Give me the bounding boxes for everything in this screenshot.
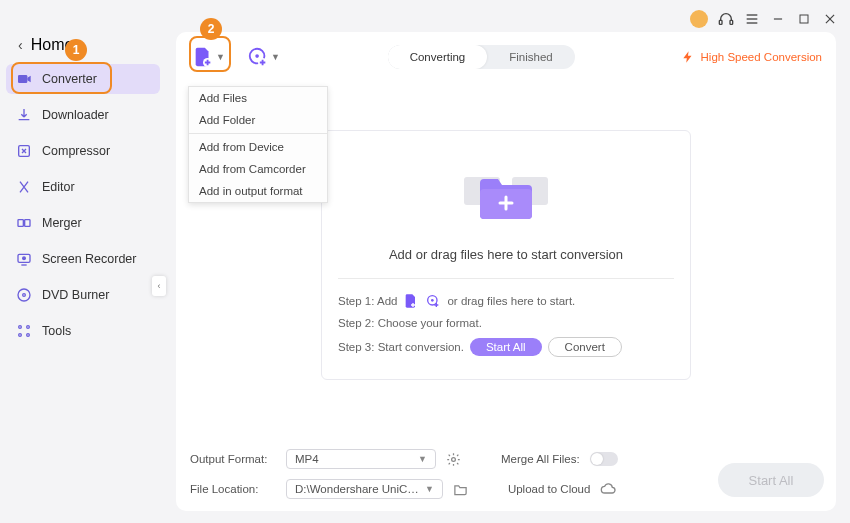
svg-point-18 (27, 326, 30, 329)
cloud-icon[interactable] (600, 481, 616, 497)
sidebar-item-dvd-burner[interactable]: DVD Burner (6, 280, 160, 310)
add-disc-icon (425, 293, 441, 309)
add-file-button[interactable]: ▼ (190, 44, 227, 70)
add-dropdown: Add Files Add Folder Add from Device Add… (188, 86, 328, 203)
dd-add-from-device[interactable]: Add from Device (189, 136, 327, 158)
sidebar: ‹ Home Converter Downloader Compresso (0, 24, 164, 523)
chevron-down-icon: ▼ (425, 484, 434, 494)
sidebar-item-tools[interactable]: Tools (6, 316, 160, 346)
add-disc-button[interactable]: ▼ (245, 44, 282, 70)
svg-rect-12 (25, 220, 30, 227)
dvd-icon (16, 287, 32, 303)
folder-icon[interactable] (453, 482, 468, 497)
dropzone-text: Add or drag files here to start conversi… (389, 247, 623, 262)
sidebar-item-downloader[interactable]: Downloader (6, 100, 160, 130)
sidebar-item-label: Converter (42, 72, 97, 86)
svg-point-14 (23, 257, 26, 260)
dd-separator (189, 133, 327, 134)
editor-icon (16, 179, 32, 195)
svg-point-16 (23, 294, 26, 297)
sidebar-item-label: Screen Recorder (42, 252, 137, 266)
tab-finished[interactable]: Finished (487, 45, 574, 69)
add-file-icon (403, 293, 419, 309)
file-location-select[interactable]: D:\Wondershare UniConverter 1 ▼ (286, 479, 443, 499)
sidebar-item-label: Compressor (42, 144, 110, 158)
back-icon[interactable]: ‹ (18, 37, 23, 53)
svg-point-17 (19, 326, 22, 329)
gear-icon[interactable] (446, 452, 461, 467)
svg-point-15 (18, 289, 30, 301)
sidebar-item-merger[interactable]: Merger (6, 208, 160, 238)
compressor-icon (16, 143, 32, 159)
toolbar: ▼ ▼ Converting Finished High Speed Conve… (190, 44, 822, 70)
sidebar-item-label: Merger (42, 216, 82, 230)
output-format-label: Output Format: (190, 453, 276, 465)
merge-toggle[interactable] (590, 452, 618, 466)
converter-icon (16, 71, 32, 87)
folder-illustration (446, 155, 566, 235)
output-format-select[interactable]: MP4 ▼ (286, 449, 436, 469)
sidebar-item-label: Downloader (42, 108, 109, 122)
screen-recorder-icon (16, 251, 32, 267)
nav-list: Converter Downloader Compressor Editor (6, 64, 160, 346)
svg-rect-6 (800, 15, 808, 23)
tools-icon (16, 323, 32, 339)
upload-label: Upload to Cloud (508, 483, 590, 495)
dd-add-files[interactable]: Add Files (189, 87, 327, 109)
svg-point-23 (255, 54, 259, 58)
dd-add-from-camcorder[interactable]: Add from Camcorder (189, 158, 327, 180)
titlebar (0, 0, 850, 24)
tab-segment: Converting Finished (388, 45, 575, 69)
tab-converting[interactable]: Converting (388, 45, 488, 69)
chevron-down-icon: ▼ (216, 52, 225, 62)
main-panel: ▼ ▼ Converting Finished High Speed Conve… (176, 32, 836, 511)
step-2: Step 2: Choose your format. (338, 313, 674, 333)
dd-add-folder[interactable]: Add Folder (189, 109, 327, 131)
callout-1: 1 (65, 39, 87, 61)
merge-label: Merge All Files: (501, 453, 580, 465)
high-speed-conversion[interactable]: High Speed Conversion (681, 50, 822, 64)
step-1: Step 1: Add or drag files here to start. (338, 289, 674, 313)
sidebar-item-converter[interactable]: Converter (6, 64, 160, 94)
sidebar-item-compressor[interactable]: Compressor (6, 136, 160, 166)
sidebar-item-label: DVD Burner (42, 288, 109, 302)
sidebar-item-label: Editor (42, 180, 75, 194)
callout-2: 2 (200, 18, 222, 40)
svg-rect-9 (18, 75, 27, 83)
download-icon (16, 107, 32, 123)
svg-rect-11 (18, 220, 23, 227)
file-location-label: File Location: (190, 483, 276, 495)
svg-point-29 (431, 299, 434, 302)
start-all-button[interactable]: Start All (718, 463, 824, 497)
start-all-button-inline[interactable]: Start All (470, 338, 542, 356)
chevron-down-icon: ▼ (418, 454, 427, 464)
dd-add-in-output-format[interactable]: Add in output format (189, 180, 327, 202)
svg-point-30 (452, 457, 456, 461)
dropzone[interactable]: Add or drag files here to start conversi… (321, 130, 691, 380)
step-3: Step 3: Start conversion. Start All Conv… (338, 333, 674, 361)
chevron-down-icon: ▼ (271, 52, 280, 62)
merger-icon (16, 215, 32, 231)
hsc-label: High Speed Conversion (701, 51, 822, 63)
sidebar-collapse-button[interactable]: ‹ (152, 276, 166, 296)
sidebar-item-editor[interactable]: Editor (6, 172, 160, 202)
sidebar-item-screen-recorder[interactable]: Screen Recorder (6, 244, 160, 274)
sidebar-item-label: Tools (42, 324, 71, 338)
convert-button-inline[interactable]: Convert (548, 337, 622, 357)
main-area: ▼ ▼ Converting Finished High Speed Conve… (164, 24, 850, 523)
divider (338, 278, 674, 279)
svg-point-20 (27, 334, 30, 337)
svg-point-19 (19, 334, 22, 337)
